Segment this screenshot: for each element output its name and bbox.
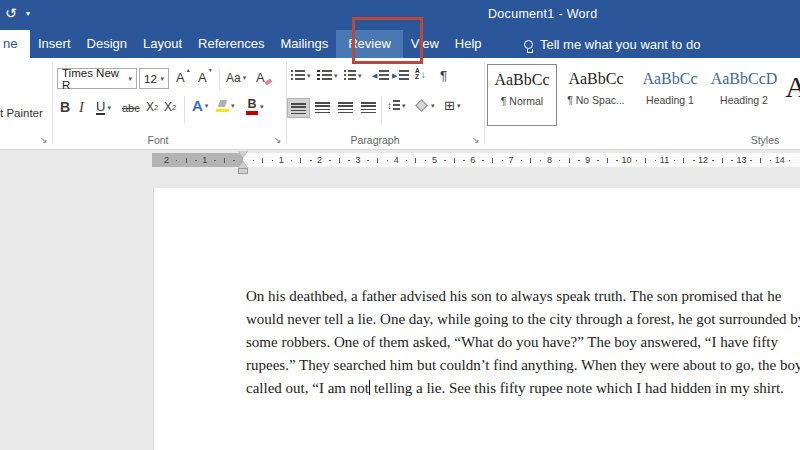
line-spacing-icon: ↕: [387, 100, 400, 111]
undo-icon[interactable]: ↺: [5, 5, 17, 21]
styles-gallery: AaBbCc¶ NormalAaBbCc¶ No Spac...AaBbCcHe…: [487, 64, 800, 126]
qat-customize-icon[interactable]: ▾: [26, 9, 30, 18]
ruler-tick: 7: [507, 155, 516, 165]
text-effects-icon: A: [192, 97, 203, 114]
text-line: called out, “I am not telling a lie. See…: [246, 377, 800, 400]
bullets-button[interactable]: ▾: [291, 70, 311, 81]
font-color-button[interactable]: B▾: [246, 99, 264, 115]
multilevel-list-button[interactable]: ▾: [344, 70, 362, 81]
subscript-button[interactable]: X2: [146, 100, 158, 114]
align-right-button[interactable]: [338, 102, 353, 113]
text-line: rupees.” They searched him but couldn’t …: [246, 354, 800, 377]
align-right-icon: [338, 102, 353, 113]
format-painter-button[interactable]: t Painter: [0, 107, 43, 119]
sort-button[interactable]: AZ↓: [415, 68, 426, 80]
ruler-tick: [683, 158, 684, 163]
increase-indent-button[interactable]: ▶: [392, 70, 409, 81]
clear-formatting-icon: A: [256, 70, 265, 85]
align-center-button[interactable]: [315, 102, 330, 113]
clear-formatting-button[interactable]: A: [256, 70, 265, 85]
style-heading-1[interactable]: AaBbCcHeading 1: [635, 64, 705, 126]
tell-me-box[interactable]: Tell me what you want to do: [524, 30, 700, 58]
style-heading-2[interactable]: AaBbCcDHeading 2: [709, 64, 779, 126]
tab-mailings[interactable]: Mailings: [273, 30, 337, 58]
justify-button[interactable]: [361, 102, 376, 113]
line-spacing-button[interactable]: ↕▾: [387, 100, 406, 111]
show-formatting-button[interactable]: ¶: [440, 68, 447, 83]
page[interactable]: On his deathbed, a father advised his so…: [153, 188, 800, 450]
left-indent-marker[interactable]: [238, 168, 248, 174]
tab-references[interactable]: References: [190, 30, 272, 58]
tab-home-partial[interactable]: ne: [0, 30, 30, 58]
word-window: ↺ ▾ Document1 - Word ne InsertDesignLayo…: [0, 0, 800, 450]
ruler-tick: 3: [353, 155, 362, 165]
underline-button[interactable]: U▾: [96, 100, 111, 115]
first-line-indent-marker[interactable]: [238, 151, 248, 158]
font-size-combo[interactable]: 12▾: [139, 68, 169, 89]
change-case-icon: Aa: [226, 71, 241, 85]
highlight-icon: [216, 100, 229, 112]
annotation-red-box: [352, 17, 423, 64]
lightbulb-icon: [524, 40, 533, 49]
ruler-tick: [712, 160, 714, 162]
style-normal[interactable]: AaBbCc¶ Normal: [487, 64, 557, 126]
ruler-tick: [367, 160, 369, 162]
paragraph-dialog-launcher-icon[interactable]: ↘: [472, 135, 480, 145]
change-case-button[interactable]: Aa▾: [226, 71, 246, 85]
borders-button[interactable]: ⊞▾: [444, 98, 460, 113]
document-text[interactable]: On his deathbed, a father advised his so…: [246, 285, 800, 400]
ruler-tick: 14: [775, 155, 784, 165]
ruler-tick: [253, 160, 255, 162]
style-label: ¶ Normal: [488, 95, 556, 107]
chevron-down-icon: ▾: [260, 103, 264, 111]
sort-icon: AZ↓: [415, 68, 426, 80]
tab-design[interactable]: Design: [79, 30, 135, 58]
chevron-down-icon: ▾: [358, 72, 362, 80]
grow-font-button[interactable]: A▲: [176, 70, 185, 85]
ruler-tick: [540, 160, 542, 162]
tab-layout[interactable]: Layout: [135, 30, 190, 58]
clipboard-dialog-launcher-icon[interactable]: ↘: [40, 135, 48, 145]
ruler-tick: 4: [392, 155, 401, 165]
style-partial[interactable]: A: [783, 64, 800, 126]
highlight-color-button[interactable]: ▾: [216, 100, 235, 112]
text-line: some robbers. One of them asked, “What d…: [246, 331, 800, 354]
bold-button[interactable]: B: [60, 99, 70, 115]
numbering-button[interactable]: ▾: [317, 70, 338, 81]
italic-button[interactable]: I: [79, 99, 84, 116]
ruler-tick: 6: [468, 155, 477, 165]
tab-help[interactable]: Help: [447, 30, 490, 58]
ruler-tick: [300, 158, 301, 163]
style-no-spacing[interactable]: AaBbCc¶ No Spac...: [561, 64, 631, 126]
underline-icon: U: [96, 100, 105, 115]
decrease-indent-button[interactable]: ◀: [372, 70, 389, 81]
ruler-tick: [195, 160, 197, 162]
text-effects-button[interactable]: A▾: [192, 97, 208, 114]
ruler-tick: [502, 160, 504, 162]
font-name-combo[interactable]: Times New R▾: [57, 68, 137, 89]
font-dialog-launcher-icon[interactable]: ↘: [274, 135, 282, 145]
font-group-label: Font: [118, 134, 198, 146]
shading-button[interactable]: ▾: [417, 101, 435, 110]
tell-me-label: Tell me what you want to do: [540, 37, 700, 52]
tab-insert[interactable]: Insert: [30, 30, 79, 58]
ruler-tick: [176, 160, 178, 162]
small-separator: [381, 96, 382, 124]
align-center-icon: [315, 102, 330, 113]
multilevel-list-icon: [344, 70, 356, 81]
ruler-tick: [339, 158, 340, 163]
ruler[interactable]: 211234567891011121314: [0, 153, 800, 167]
shrink-font-button[interactable]: A▼: [198, 70, 207, 85]
ruler-tick: [329, 160, 331, 162]
superscript-button[interactable]: X2: [164, 100, 176, 114]
ruler-tick: 1: [277, 155, 286, 165]
chevron-down-icon: ▾: [402, 102, 406, 110]
strikethrough-button[interactable]: abc: [122, 102, 140, 114]
increase-indent-icon: ▶: [392, 70, 409, 81]
ruler-tick: [731, 160, 733, 162]
ruler-tick: 11: [660, 155, 669, 165]
style-label: Heading 2: [709, 94, 779, 106]
align-left-button[interactable]: [287, 98, 310, 118]
ruler-tick: [463, 160, 465, 162]
hanging-indent-marker[interactable]: [238, 161, 248, 168]
